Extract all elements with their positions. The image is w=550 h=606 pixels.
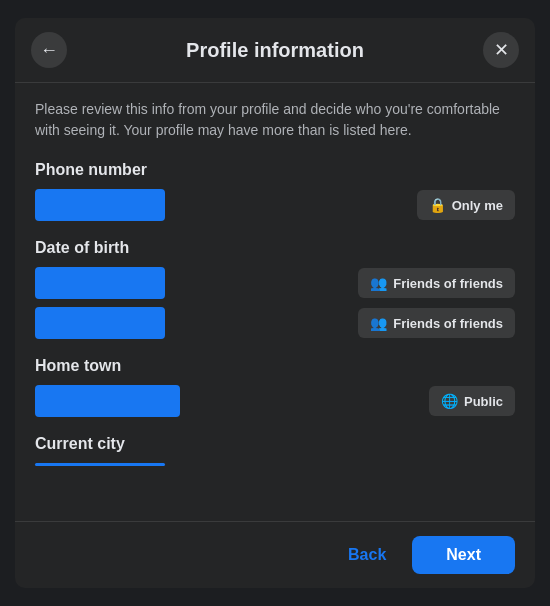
current-city-bar — [35, 463, 165, 466]
date-of-birth-section: Date of birth 👥 Friends of friends 👥 Fri… — [35, 239, 515, 339]
hometown-privacy-label: Public — [464, 394, 503, 409]
phone-privacy-button[interactable]: 🔒 Only me — [417, 190, 515, 220]
current-city-label: Current city — [35, 435, 515, 453]
phone-value-bar — [35, 189, 165, 221]
back-button[interactable]: Back — [334, 538, 400, 572]
hometown-privacy-button[interactable]: 🌐 Public — [429, 386, 515, 416]
dob-privacy-button-2[interactable]: 👥 Friends of friends — [358, 308, 515, 338]
phone-number-label: Phone number — [35, 161, 515, 179]
dob-privacy-label-1: Friends of friends — [393, 276, 503, 291]
dob-row-1: 👥 Friends of friends — [35, 267, 515, 299]
hometown-value-bar — [35, 385, 180, 417]
dob-privacy-label-2: Friends of friends — [393, 316, 503, 331]
globe-icon: 🌐 — [441, 393, 458, 409]
friends-of-friends-icon-1: 👥 — [370, 275, 387, 291]
friends-of-friends-icon-2: 👥 — [370, 315, 387, 331]
description-text: Please review this info from your profil… — [35, 99, 515, 141]
close-icon-button[interactable]: ✕ — [483, 32, 519, 68]
dob-value-bar-2 — [35, 307, 165, 339]
lock-icon: 🔒 — [429, 197, 446, 213]
dob-row-2: 👥 Friends of friends — [35, 307, 515, 339]
modal-header: ← Profile information ✕ — [15, 18, 535, 83]
dob-label: Date of birth — [35, 239, 515, 257]
close-icon: ✕ — [494, 39, 509, 61]
phone-number-section: Phone number 🔒 Only me — [35, 161, 515, 221]
profile-information-modal: ← Profile information ✕ Please review th… — [15, 18, 535, 588]
dob-privacy-button-1[interactable]: 👥 Friends of friends — [358, 268, 515, 298]
modal-body: Please review this info from your profil… — [15, 83, 535, 521]
next-button[interactable]: Next — [412, 536, 515, 574]
phone-privacy-label: Only me — [452, 198, 503, 213]
hometown-section: Home town 🌐 Public — [35, 357, 515, 417]
hometown-field-row: 🌐 Public — [35, 385, 515, 417]
dob-rows: 👥 Friends of friends 👥 Friends of friend… — [35, 267, 515, 339]
modal-footer: Back Next — [15, 521, 535, 588]
hometown-label: Home town — [35, 357, 515, 375]
phone-field-row: 🔒 Only me — [35, 189, 515, 221]
current-city-section: Current city — [35, 435, 515, 466]
back-arrow-icon: ← — [40, 40, 58, 61]
modal-title: Profile information — [186, 39, 364, 62]
dob-value-bar-1 — [35, 267, 165, 299]
back-icon-button[interactable]: ← — [31, 32, 67, 68]
